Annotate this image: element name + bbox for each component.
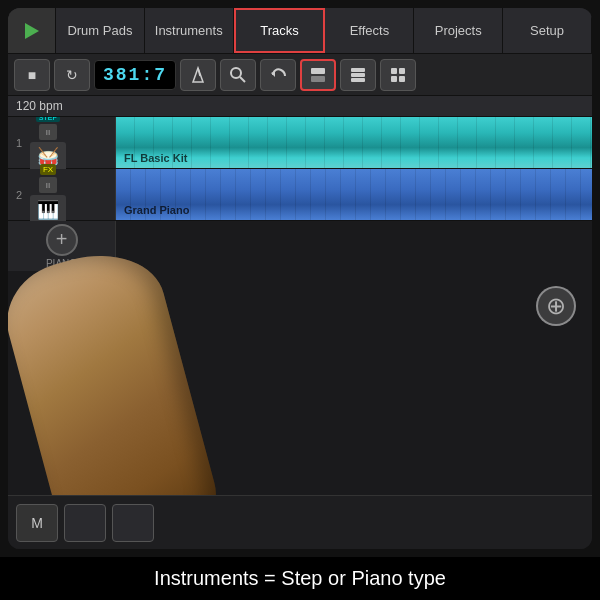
svg-rect-6 <box>311 76 325 82</box>
track-1-content-area[interactable]: FL Basic Kit <box>116 117 592 168</box>
track-2-mute-button[interactable]: II <box>39 177 57 193</box>
svg-rect-7 <box>351 68 365 72</box>
tab-drum-pads[interactable]: Drum Pads <box>56 8 145 53</box>
track-2-label: Grand Piano <box>124 204 189 216</box>
track-2-controls: 2 FX II 🎹 <box>8 169 116 220</box>
track-1-type-badge: STEP <box>36 117 60 122</box>
transport-button-2[interactable] <box>64 504 106 542</box>
search-button[interactable] <box>220 59 256 91</box>
tab-instruments[interactable]: Instruments <box>145 8 234 53</box>
search-icon <box>229 66 247 84</box>
grid-icon-2 <box>349 66 367 84</box>
tracks-container: 1 STEP II 🥁 FL Basic Kit <box>8 117 592 495</box>
table-row: 1 STEP II 🥁 FL Basic Kit <box>8 117 592 169</box>
stop-button[interactable]: ■ <box>14 59 50 91</box>
grid-view-button-2[interactable] <box>340 59 376 91</box>
add-track-controls: + PIANO <box>8 221 116 271</box>
svg-rect-8 <box>351 73 365 77</box>
svg-rect-11 <box>399 68 405 74</box>
toolbar: ■ ↻ 381:7 <box>8 54 592 96</box>
bpm-display: 381:7 <box>94 60 176 90</box>
track-2-number: 2 <box>12 189 26 201</box>
play-button[interactable] <box>8 8 56 53</box>
play-icon <box>25 23 39 39</box>
table-row: 2 FX II 🎹 Grand Piano <box>8 169 592 221</box>
add-track-label: PIANO <box>46 258 77 269</box>
track-2-fx-badge: FX <box>40 164 56 175</box>
tab-effects[interactable]: Effects <box>325 8 414 53</box>
undo-icon <box>269 66 287 84</box>
track-1-number: 1 <box>12 137 26 149</box>
grid-view-button-3[interactable] <box>380 59 416 91</box>
add-track-overlay-button[interactable]: ⊕ <box>536 286 576 326</box>
svg-rect-12 <box>391 76 397 82</box>
svg-line-3 <box>240 77 245 82</box>
nav-bar: Drum Pads Instruments Tracks Effects Pro… <box>8 8 592 54</box>
svg-rect-10 <box>391 68 397 74</box>
app-frame: Drum Pads Instruments Tracks Effects Pro… <box>0 0 600 600</box>
tracks-area: 120 bpm 1 STEP II 🥁 FL Ba <box>8 96 592 549</box>
tab-projects[interactable]: Projects <box>414 8 503 53</box>
track-2-icon-area: FX II 🎹 <box>30 164 66 225</box>
track-1-mute-button[interactable]: II <box>39 124 57 140</box>
grid-view-button-1[interactable] <box>300 59 336 91</box>
undo-button[interactable] <box>260 59 296 91</box>
svg-rect-5 <box>311 68 325 74</box>
transport-button-3[interactable] <box>112 504 154 542</box>
transport-bar: M <box>8 495 592 549</box>
track-2-content-area[interactable]: Grand Piano <box>116 169 592 220</box>
svg-rect-9 <box>351 78 365 82</box>
metronome-icon <box>189 66 207 84</box>
add-track-row: + PIANO <box>8 221 592 271</box>
tab-setup[interactable]: Setup <box>503 8 592 53</box>
metronome-button[interactable] <box>180 59 216 91</box>
transport-m-button[interactable]: M <box>16 504 58 542</box>
svg-rect-13 <box>399 76 405 82</box>
add-track-button[interactable]: + <box>46 224 78 256</box>
grid-icon-1 <box>309 66 327 84</box>
bpm-header: 120 bpm <box>8 96 592 117</box>
svg-point-2 <box>231 68 241 78</box>
device-screen: Drum Pads Instruments Tracks Effects Pro… <box>8 8 592 549</box>
track-1-controls: 1 STEP II 🥁 <box>8 117 116 168</box>
track-2-pattern: Grand Piano <box>116 169 592 220</box>
track-1-label: FL Basic Kit <box>124 152 187 164</box>
grid-icon-3 <box>389 66 407 84</box>
svg-line-1 <box>198 68 200 76</box>
loop-button[interactable]: ↻ <box>54 59 90 91</box>
finger-graphic <box>8 239 222 495</box>
caption-bar: Instruments = Step or Piano type <box>0 557 600 600</box>
tab-tracks[interactable]: Tracks <box>234 8 326 53</box>
track-1-pattern: FL Basic Kit <box>116 117 592 168</box>
